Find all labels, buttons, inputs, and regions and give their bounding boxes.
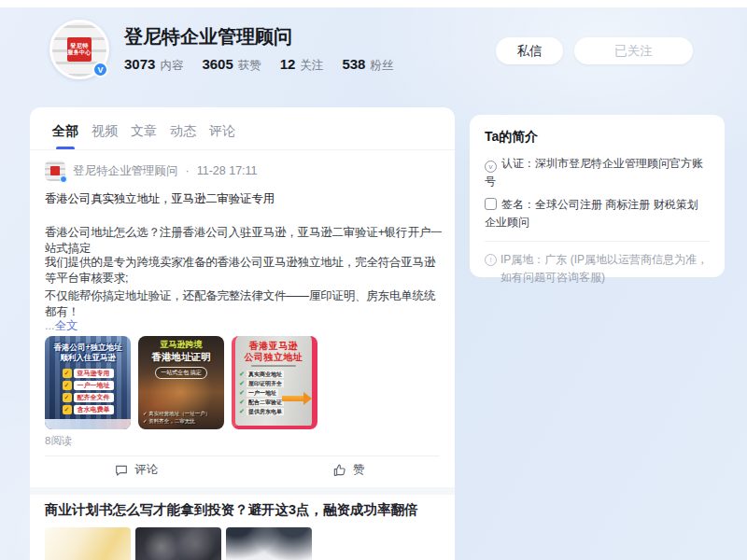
post-image-row: 计划书怎么写 — [45, 527, 312, 560]
tab-comments[interactable]: 评论 — [209, 123, 235, 148]
info-icon: ! — [485, 254, 497, 266]
verified-check-icon: v — [485, 161, 497, 173]
post-image-row: 香港公司+独立地址 顺利入住亚马逊 ✓亚马逊专用 ✓一户一地址 ✓配齐全文件 ✓… — [45, 336, 317, 429]
stat-label: 内容 — [160, 58, 183, 74]
comment-button[interactable]: 评论 — [30, 462, 243, 478]
checklist-item: 提供房东电单 — [247, 408, 284, 415]
image-text: 香港公司+独立地址 — [45, 343, 131, 353]
signature-text: 签名：全球公司注册 商标注册 财税策划 企业顾问 — [485, 198, 698, 229]
read-more: ...全文 — [45, 318, 78, 334]
post-paragraph: 不仅能帮你搞定地址验证，还配备完整法律文件——厘印证明、房东电单统统都有！ — [45, 288, 444, 320]
post-author-avatar[interactable] — [45, 161, 65, 181]
read-count: 8阅读 — [45, 434, 72, 448]
followed-button[interactable]: 已关注 — [574, 37, 693, 64]
post-image-signing[interactable] — [226, 527, 312, 560]
stat-value: 3605 — [202, 56, 233, 72]
post-paragraph: 我们提供的是专为跨境卖家准备的香港公司亚马逊独立地址，完全符合亚马逊等平台审核要… — [45, 255, 444, 287]
check-icon: ✓ — [63, 393, 72, 402]
post-title[interactable]: 香港公司真实独立地址，亚马逊二审验证专用 — [45, 191, 444, 207]
stat-label: 粉丝 — [370, 58, 393, 74]
tab-articles[interactable]: 文章 — [131, 123, 157, 148]
checklist-item: ✓ 真实经营地址（一址一户） — [143, 410, 210, 417]
post-title[interactable]: 商业计划书怎么写才能拿到投资？避开这3点，融资成功率翻倍 — [45, 501, 446, 519]
post-image-flyer[interactable]: 香港亚马逊 公司独立地址 ✔真实商业地址 ✔厘印证明齐全 ✔一户一地址 ✔配合二… — [232, 336, 317, 429]
verified-badge-icon — [60, 175, 67, 183]
check-icon: ✔ — [239, 399, 245, 406]
image-badge: 一站式全包 搞定 — [155, 367, 207, 379]
checklist-item: 厘印证明齐全 — [247, 380, 284, 387]
message-button[interactable]: 私信 — [496, 37, 563, 64]
stat-label: 获赞 — [238, 58, 261, 74]
avatar-logo-line2: 服务中心 — [67, 49, 92, 56]
divider — [45, 455, 440, 456]
image-footer-strip — [45, 419, 131, 429]
post-timestamp: 11-28 17:11 — [197, 164, 258, 177]
profile-avatar[interactable]: 登尼特 服务中心 V — [49, 20, 109, 79]
checklist-item: 含水电费单 — [74, 405, 114, 414]
post-image-meeting[interactable] — [135, 527, 221, 560]
divider — [485, 241, 710, 242]
check-icon: ✓ — [63, 405, 72, 414]
tab-bar: 全部 视频 文章 动态 评论 — [52, 123, 235, 148]
ip-location-text: IP属地：广东 (IP属地以运营商信息为准，如有问题可咨询客服) — [500, 253, 708, 284]
like-button[interactable]: 赞 — [243, 462, 456, 478]
top-strip — [0, 0, 747, 7]
post-action-bar: 评论 赞 — [30, 462, 455, 478]
stat-likes[interactable]: 3605 获赞 — [202, 56, 261, 74]
verified-badge-icon: V — [92, 62, 108, 77]
check-icon: ✔ — [239, 389, 245, 397]
post-separator — [30, 487, 455, 495]
checklist-item: 配齐全文件 — [74, 393, 114, 402]
check-icon: ✔ — [239, 380, 245, 387]
profile-intro-card: Ta的简介 v认证：深圳市登尼特企业管理顾问官方账号 签名：全球公司注册 商标注… — [470, 115, 725, 277]
stat-value: 3073 — [124, 56, 155, 72]
post-author-name[interactable]: 登尼特企业管理顾问 — [73, 163, 178, 179]
post-paragraph: 香港公司地址怎么选？注册香港公司入驻亚马逊，亚马逊二审验证+银行开户一站式搞定 — [45, 225, 444, 257]
arrow-icon — [282, 396, 304, 401]
check-icon: ✔ — [239, 408, 245, 415]
ellipsis: ... — [45, 319, 54, 332]
image-text: 亚马逊跨境 — [138, 339, 224, 351]
tab-videos[interactable]: 视频 — [92, 123, 118, 148]
image-text: 顺利入住亚马逊 — [45, 353, 131, 363]
post-image-plan-cover[interactable]: 计划书怎么写 — [45, 527, 131, 560]
comment-label: 评论 — [134, 462, 158, 478]
checklist-item: ✓ 资料齐全，二审无忧 — [143, 417, 210, 425]
certification-row: v认证：深圳市登尼特企业管理顾问官方账号 — [485, 155, 710, 190]
image-checklist: ✔真实商业地址 ✔厘印证明齐全 ✔一户一地址 ✔配合二审验证 ✔提供房东电单 — [239, 371, 312, 415]
checklist-item: 真实商业地址 — [247, 371, 284, 378]
intro-title: Ta的简介 — [485, 129, 710, 146]
checklist-item: 配合二审验证 — [247, 399, 284, 406]
avatar-logo — [50, 166, 60, 175]
stat-following[interactable]: 12 关注 — [280, 56, 324, 74]
image-checklist: ✓亚马逊专用 ✓一户一地址 ✓配齐全文件 ✓含水电费单 — [45, 369, 131, 414]
thumbs-up-icon — [332, 463, 347, 478]
post-image-city[interactable]: 香港公司+独立地址 顺利入住亚马逊 ✓亚马逊专用 ✓一户一地址 ✓配齐全文件 ✓… — [45, 336, 131, 429]
checklist-item: 一户一地址 — [247, 389, 278, 397]
profile-name: 登尼特企业管理顾问 — [124, 24, 292, 49]
tab-updates[interactable]: 动态 — [170, 123, 196, 148]
check-icon: ✓ — [63, 381, 72, 390]
tab-all[interactable]: 全部 — [52, 123, 78, 148]
post-header: 登尼特企业管理顾问 · 11-28 17:11 — [45, 161, 258, 181]
comment-icon — [114, 463, 129, 478]
meta-separator: · — [186, 164, 190, 177]
post-image-storefront[interactable]: 亚马逊跨境 香港地址证明 一站式全包 搞定 ✓ 真实经营地址（一址一户） ✓ 资… — [138, 336, 224, 429]
decorative-line — [251, 365, 296, 367]
signature-row: 签名：全球公司注册 商标注册 财税策划 企业顾问 — [485, 196, 710, 231]
checklist-item: 一户一地址 — [74, 381, 114, 390]
stat-value: 538 — [342, 56, 365, 72]
check-icon: ✓ — [63, 369, 72, 378]
like-label: 赞 — [353, 462, 365, 478]
stat-contents[interactable]: 3073 内容 — [124, 56, 183, 74]
profile-stats: 3073 内容 3605 获赞 12 关注 538 粉丝 — [124, 56, 393, 74]
image-text: 公司独立地址 — [235, 352, 312, 363]
stat-value: 12 — [280, 56, 296, 72]
image-text: 香港亚马逊 — [235, 341, 312, 352]
full-text-link[interactable]: 全文 — [54, 319, 78, 332]
image-checklist: ✓ 真实经营地址（一址一户） ✓ 资料齐全，二审无忧 — [143, 410, 210, 425]
ip-location-row: !IP属地：广东 (IP属地以运营商信息为准，如有问题可咨询客服) — [485, 251, 710, 287]
stat-followers[interactable]: 538 粉丝 — [342, 56, 393, 74]
avatar-logo-line1: 登尼特 — [70, 43, 89, 49]
divider — [30, 149, 455, 150]
